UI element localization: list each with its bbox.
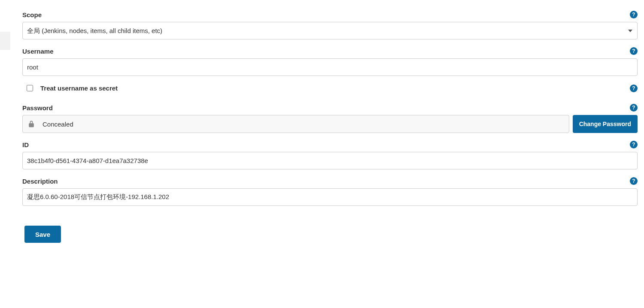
username-input[interactable] xyxy=(22,58,638,76)
password-status-text: Concealed xyxy=(43,121,73,128)
help-icon[interactable]: ? xyxy=(630,104,638,112)
password-group: Password ? Concealed Change Password xyxy=(22,104,638,133)
description-input[interactable] xyxy=(22,188,638,206)
treat-as-secret-checkbox[interactable] xyxy=(27,85,33,91)
save-button[interactable]: Save xyxy=(24,226,61,243)
scope-label: Scope xyxy=(22,11,42,18)
username-group: Username ? xyxy=(22,47,638,76)
help-icon[interactable]: ? xyxy=(630,141,638,148)
password-label: Password xyxy=(22,104,53,112)
username-label: Username xyxy=(22,48,54,55)
sidebar-selected-stub xyxy=(0,32,10,50)
treat-as-secret-label[interactable]: Treat username as secret xyxy=(40,85,118,92)
id-label: ID xyxy=(22,141,29,148)
scope-group: Scope ? 全局 (Jenkins, nodes, items, all c… xyxy=(22,11,638,39)
id-input[interactable] xyxy=(22,152,638,169)
help-icon[interactable]: ? xyxy=(630,85,638,92)
change-password-button[interactable]: Change Password xyxy=(573,115,638,133)
lock-icon xyxy=(27,119,36,129)
credentials-form: Scope ? 全局 (Jenkins, nodes, items, all c… xyxy=(22,0,638,243)
treat-as-secret-group: Treat username as secret ? xyxy=(22,84,638,93)
id-group: ID ? xyxy=(22,141,638,169)
help-icon[interactable]: ? xyxy=(630,11,638,18)
password-concealed-box: Concealed xyxy=(22,115,569,133)
description-label: Description xyxy=(22,178,58,185)
help-icon[interactable]: ? xyxy=(630,177,638,185)
description-group: Description ? xyxy=(22,177,638,206)
scope-select[interactable]: 全局 (Jenkins, nodes, items, all child ite… xyxy=(22,22,638,39)
help-icon[interactable]: ? xyxy=(630,47,638,55)
